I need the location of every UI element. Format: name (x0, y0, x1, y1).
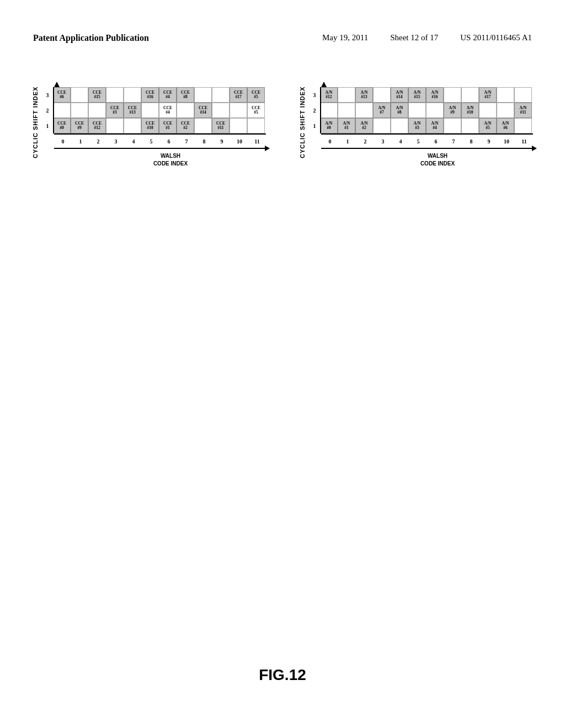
publication-date: May 19, 2011 (322, 33, 368, 43)
left-diagram: CYCLIC SHIFT INDEX3CCE #6CCE #15CCE #16C… (32, 77, 266, 168)
sheet-info: Sheet 12 of 17 (390, 33, 438, 43)
header-right: May 19, 2011 Sheet 12 of 17 US 2011/0116… (322, 33, 532, 43)
figure-label: FIG.12 (259, 666, 306, 684)
content-area: CYCLIC SHIFT INDEX3CCE #6CCE #15CCE #16C… (0, 77, 565, 168)
publication-title: Patent Application Publication (33, 33, 149, 43)
right-diagram: CYCLIC SHIFT INDEX3A/N #12A/N #13A/N #14… (299, 77, 533, 168)
patent-number: US 2011/0116465 A1 (460, 33, 532, 43)
page-header: Patent Application Publication May 19, 2… (0, 33, 565, 43)
